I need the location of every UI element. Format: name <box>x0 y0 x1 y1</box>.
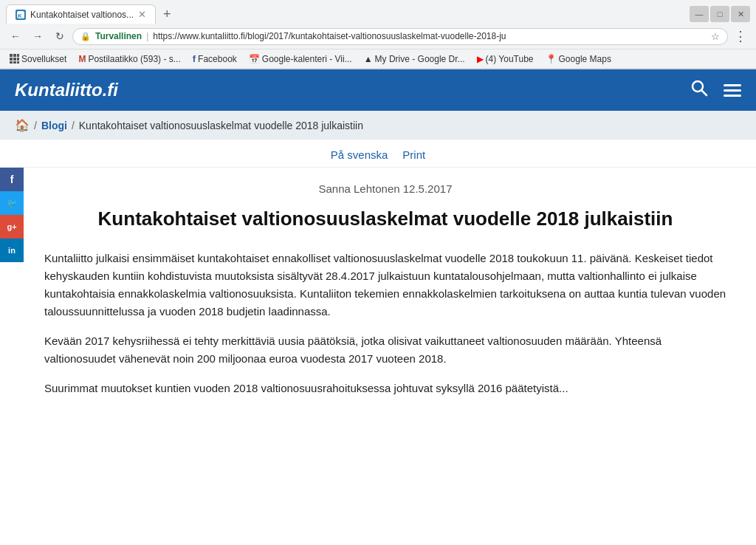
bookmark-calendar-label: Google-kalenteri - Vii... <box>262 54 352 64</box>
svg-rect-3 <box>13 54 16 57</box>
maps-icon: 📍 <box>546 54 557 64</box>
breadcrumb-home-link[interactable]: 🏠 <box>15 118 30 132</box>
breadcrumb-current-page: Kuntakohtaiset valtionosuuslaskelmat vuo… <box>79 120 363 131</box>
tab-close-button[interactable]: ✕ <box>138 9 146 20</box>
close-button[interactable]: ✕ <box>731 6 750 22</box>
facebook-share-button[interactable]: f <box>0 168 24 191</box>
window-controls: — □ ✕ <box>690 6 750 22</box>
bookmark-apps-label: Sovellukset <box>21 54 66 64</box>
googleplus-share-button[interactable]: g+ <box>0 215 24 239</box>
bookmark-gmail-label: Postilaatikko (593) - s... <box>88 54 180 64</box>
svg-rect-9 <box>13 61 16 64</box>
tab-title: Kuntakohtaiset valtionos... <box>30 10 134 20</box>
breadcrumb-sep-2: / <box>72 120 75 131</box>
breadcrumb-blogi-link[interactable]: Blogi <box>41 120 67 131</box>
menu-line-2 <box>724 89 741 92</box>
lock-icon: 🔒 <box>80 32 91 41</box>
back-button[interactable]: ← <box>6 27 25 46</box>
tab-bar: K Kuntakohtaiset valtionos... ✕ + — □ ✕ <box>0 0 756 24</box>
linkedin-share-icon: in <box>8 246 16 255</box>
tab-favicon: K <box>16 10 26 20</box>
language-bar: På svenska Print <box>0 140 756 168</box>
print-link[interactable]: Print <box>402 148 425 161</box>
browser-menu-button[interactable]: ⋮ <box>731 28 750 44</box>
maximize-button[interactable]: □ <box>710 6 729 22</box>
bookmark-drive-label: My Drive - Google Dr... <box>375 54 465 64</box>
header-search-button[interactable] <box>690 78 709 102</box>
new-tab-button[interactable]: + <box>159 5 176 24</box>
article-paragraph-1: Kuntaliitto julkaisi ensimmäiset kuntako… <box>44 250 726 321</box>
address-input[interactable]: 🔒 Turvallinen | https://www.kuntaliitto.… <box>72 28 728 45</box>
menu-line-1 <box>724 84 741 86</box>
site-header: Kuntaliitto.fi <box>0 69 756 111</box>
bookmarks-bar: Sovellukset M Postilaatikko (593) - s...… <box>0 49 756 69</box>
browser-tab[interactable]: K Kuntakohtaiset valtionos... ✕ <box>6 4 156 24</box>
content-wrapper: f 🐦 g+ in Sanna Lehtonen 12.5.2017 Kunta… <box>0 168 756 424</box>
youtube-icon: ▶ <box>477 54 484 64</box>
article-title: Kuntakohtaiset valtionosuuslaskelmat vuo… <box>44 207 726 232</box>
bookmark-calendar[interactable]: 📅 Google-kalenteri - Vii... <box>246 52 355 66</box>
article-meta: Sanna Lehtonen 12.5.2017 <box>44 182 726 195</box>
bookmark-star-icon[interactable]: ☆ <box>711 31 720 42</box>
minimize-button[interactable]: — <box>690 6 709 22</box>
address-bar-row: ← → ↻ 🔒 Turvallinen | https://www.kuntal… <box>0 24 756 49</box>
svg-rect-10 <box>17 61 19 64</box>
linkedin-share-button[interactable]: in <box>0 239 24 262</box>
article-paragraph-3: Suurimmat muutokset kuntien vuoden 2018 … <box>44 380 726 397</box>
main-content: Sanna Lehtonen 12.5.2017 Kuntakohtaiset … <box>0 168 756 424</box>
svg-rect-6 <box>13 58 16 61</box>
bookmark-youtube-label: (4) YouTube <box>486 54 534 64</box>
article-body: Kuntaliitto julkaisi ensimmäiset kuntako… <box>44 250 726 397</box>
refresh-button[interactable]: ↻ <box>50 27 69 46</box>
url-separator: | <box>146 31 148 41</box>
apps-icon <box>9 54 19 64</box>
site-logo[interactable]: Kuntaliitto.fi <box>15 80 118 100</box>
twitter-share-button[interactable]: 🐦 <box>0 191 24 215</box>
menu-line-3 <box>724 95 741 97</box>
url-text: https://www.kuntaliitto.fi/blogi/2017/ku… <box>153 31 707 41</box>
article-paragraph-2: Kevään 2017 kehysriihessä ei tehty merki… <box>44 332 726 368</box>
social-sidebar: f 🐦 g+ in <box>0 168 24 262</box>
calendar-icon: 📅 <box>249 54 260 64</box>
bookmark-facebook-label: Facebook <box>198 54 237 64</box>
bookmark-maps[interactable]: 📍 Google Maps <box>543 52 614 66</box>
facebook-share-icon: f <box>10 174 14 185</box>
svg-line-12 <box>701 90 707 95</box>
browser-chrome: K Kuntakohtaiset valtionos... ✕ + — □ ✕ … <box>0 0 756 69</box>
header-icons <box>690 78 741 102</box>
breadcrumb-sep-1: / <box>34 120 37 131</box>
svenska-link[interactable]: På svenska <box>331 148 388 161</box>
svg-rect-7 <box>17 58 19 61</box>
secure-label: Turvallinen <box>95 31 142 41</box>
bookmark-drive[interactable]: ▲ My Drive - Google Dr... <box>361 52 468 66</box>
forward-button[interactable]: → <box>28 27 47 46</box>
breadcrumb: 🏠 / Blogi / Kuntakohtaiset valtionosuusl… <box>0 111 756 140</box>
svg-text:K: K <box>18 13 22 18</box>
facebook-icon: f <box>193 53 196 64</box>
bookmark-apps[interactable]: Sovellukset <box>6 52 69 66</box>
header-menu-button[interactable] <box>724 84 741 97</box>
googleplus-share-icon: g+ <box>7 222 16 231</box>
drive-icon: ▲ <box>364 54 373 64</box>
bookmark-youtube[interactable]: ▶ (4) YouTube <box>474 52 537 66</box>
address-icons: ☆ <box>711 31 720 42</box>
gmail-icon: M <box>78 54 86 64</box>
svg-rect-5 <box>10 58 13 61</box>
bookmark-facebook[interactable]: f Facebook <box>190 52 240 66</box>
svg-rect-2 <box>10 54 13 57</box>
svg-rect-8 <box>10 61 13 64</box>
bookmark-maps-label: Google Maps <box>559 54 611 64</box>
svg-rect-4 <box>17 54 19 57</box>
bookmark-gmail[interactable]: M Postilaatikko (593) - s... <box>75 52 183 66</box>
twitter-share-icon: 🐦 <box>7 198 18 208</box>
